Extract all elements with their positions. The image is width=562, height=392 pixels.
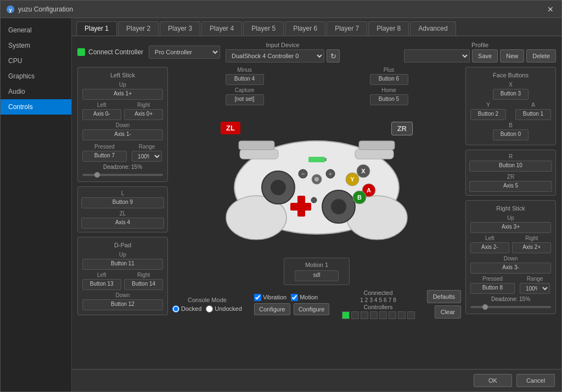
svg-point-10 [271,180,286,195]
l-zl-section: L Button 9 ZL Axis 4 [77,186,168,232]
dpad-left-input[interactable]: Button 13 [82,279,121,290]
sidebar-item-graphics[interactable]: Graphics [1,69,71,84]
vibration-configure-button[interactable]: Configure [254,303,290,315]
controls-layout: Left Stick Up Axis 1+ Left Axis 0- [77,67,556,319]
ok-button[interactable]: OK [474,374,512,387]
left-stick-pressed-input[interactable]: Button 7 [82,151,127,162]
connected-indicator [77,48,85,56]
right-stick-pressed-input[interactable]: Button 8 [470,283,515,294]
tab-player5[interactable]: Player 5 [243,21,284,36]
left-stick-down-label: Down [116,122,130,128]
center-buttons-section: Minus Button 4 Plus Button 6 C [172,67,461,109]
x-button-input[interactable]: Button 3 [493,89,529,100]
motion1-box: Motion 1 sdl [284,258,350,285]
a-button-input[interactable]: Button 1 [515,109,551,120]
left-stick-up-label: Up [119,82,126,88]
connected-controllers-section: Connected 12345678 Controllers [342,289,415,319]
left-stick-deadzone-thumb[interactable] [94,172,100,178]
svg-text:B: B [357,194,362,201]
input-device-select[interactable]: DualShock 4 Controller 0 [226,49,324,63]
y-button-input[interactable]: Button 2 [470,109,506,120]
dpad-right-input[interactable]: Button 14 [124,279,163,290]
defaults-button[interactable]: Defaults [427,290,461,303]
left-stick-box: Left Stick Up Axis 1+ Left Axis 0- [77,67,168,182]
dpad-up-input[interactable]: Button 11 [82,259,163,270]
right-stick-down-input[interactable]: Axis 3- [470,263,551,274]
motion-check-label[interactable]: Motion [291,294,318,301]
plus-input[interactable]: Button 6 [370,74,408,85]
close-button[interactable]: ✕ [545,4,556,15]
sidebar-item-system[interactable]: System [1,38,71,53]
profile-select[interactable] [404,49,470,63]
app-icon: y [6,5,15,14]
connect-controller-section: Connect Controller [77,48,143,56]
cancel-button[interactable]: Cancel [516,374,555,387]
console-mode-label: Console Mode [172,297,242,303]
controller-type-section: Pro Controller [149,46,220,59]
motion-checkbox[interactable] [291,294,298,301]
docked-radio[interactable] [172,305,179,313]
left-stick-right-label: Right [137,102,150,108]
undocked-radio-label[interactable]: Undocked [206,305,242,313]
undocked-radio[interactable] [206,305,213,313]
sidebar-item-audio[interactable]: Audio [1,84,71,99]
zr-button-input[interactable]: Axis 5 [469,181,552,192]
clear-button[interactable]: Clear [435,305,461,319]
right-stick-up-label: Up [507,215,514,221]
right-stick-range-select[interactable]: 100% [520,283,550,294]
left-stick-left-input[interactable]: Axis 0- [82,109,121,120]
controller-type-select[interactable]: Pro Controller [149,46,220,59]
right-stick-left-label: Left [485,235,494,241]
right-stick-deadzone-label: Deadzone: 15% [491,296,530,302]
dpad-down-input[interactable]: Button 12 [82,299,163,310]
left-stick-range-select[interactable]: 100% [132,151,162,162]
controls-panel: Connect Controller Pro Controller Input … [72,36,561,369]
tab-player6[interactable]: Player 6 [285,21,325,36]
l-button-input[interactable]: Button 9 [81,197,164,208]
home-input[interactable]: Button 5 [370,94,408,105]
minus-input[interactable]: Button 4 [226,74,264,85]
dpad-title: D-Pad [82,242,163,248]
right-stick-right-input[interactable]: Axis 2+ [512,242,551,253]
right-stick-title: Right Stick [470,205,551,212]
save-profile-button[interactable]: Save [472,49,498,63]
docked-radio-label[interactable]: Docked [172,305,201,313]
left-stick-title: Left Stick [82,72,163,78]
right-stick-left-input[interactable]: Axis 2- [470,242,509,253]
tab-player4[interactable]: Player 4 [201,21,242,36]
new-profile-button[interactable]: New [500,49,524,63]
tab-player8[interactable]: Player 8 [368,21,409,36]
delete-profile-button[interactable]: Delete [526,49,556,63]
tab-player2[interactable]: Player 2 [118,21,159,36]
panel-footer-center: Console Mode Docked Undocked [172,289,461,319]
zl-button-input[interactable]: Axis 4 [81,218,164,229]
input-device-section: Input Device DualShock 4 Controller 0 ↻ [226,42,340,63]
motion1-input[interactable]: sdl [295,270,339,281]
profile-section: Profile Save New Delete [404,42,556,63]
b-button-input[interactable]: Button 0 [493,129,529,140]
face-buttons-section: Face Buttons X Button 3 Y Button [465,67,556,145]
sidebar-item-cpu[interactable]: CPU [1,53,71,69]
controller-dot-7 [398,311,406,319]
vibration-checkbox[interactable] [254,294,261,301]
right-stick-down-label: Down [504,255,518,262]
sidebar-item-controls[interactable]: Controls [1,99,71,115]
right-stick-deadzone-thumb[interactable] [482,304,488,310]
motion1-title: Motion 1 [305,262,328,268]
tab-player3[interactable]: Player 3 [160,21,200,36]
left-stick-up-input[interactable]: Axis 1+ [82,89,163,100]
tab-advanced[interactable]: Advanced [410,21,456,36]
motion-configure-button[interactable]: Configure [294,303,330,315]
tab-player7[interactable]: Player 7 [327,21,367,36]
left-stick-right-input[interactable]: Axis 0+ [124,109,163,120]
refresh-button[interactable]: ↻ [327,49,340,63]
right-panel: Face Buttons X Button 3 Y Button [465,67,556,319]
r-button-input[interactable]: Button 10 [469,161,552,172]
tab-player1[interactable]: Player 1 [76,21,117,36]
vibration-check-label[interactable]: Vibration [254,294,286,301]
capture-input[interactable]: [not set] [226,94,264,105]
right-stick-up-input[interactable]: Axis 3+ [470,222,551,233]
left-stick-down-input[interactable]: Axis 1- [82,129,163,140]
sidebar-item-general[interactable]: General [1,22,71,38]
title-bar: y yuzu Configuration ✕ [1,1,561,18]
